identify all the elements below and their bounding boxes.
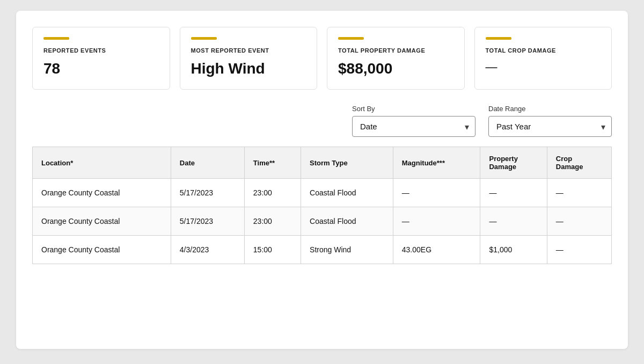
table-row: Orange County Coastal5/17/202323:00Coast… — [33, 207, 612, 236]
table-cell: — — [547, 207, 611, 236]
table-row: Orange County Coastal5/17/202323:00Coast… — [33, 179, 612, 207]
table-cell: $1,000 — [480, 236, 547, 264]
date-range-label: Date Range — [488, 105, 612, 113]
col-header-date: Date — [171, 147, 244, 179]
col-header-time: Time** — [244, 147, 301, 179]
table-cell: 23:00 — [244, 207, 301, 236]
sort-by-label: Sort By — [352, 105, 475, 113]
sort-by-select[interactable]: Date Location Storm Type Property Damage… — [352, 116, 475, 137]
stat-card-bar — [338, 37, 364, 40]
table-cell: 15:00 — [244, 236, 301, 264]
data-table: Location* Date Time** Storm Type Magnitu… — [32, 147, 612, 264]
stat-card-reported-events: REPORTED EVENTS 78 — [32, 27, 170, 90]
col-header-property-damage: PropertyDamage — [480, 147, 547, 179]
table-cell: 5/17/2023 — [171, 179, 244, 207]
stat-cards-row: REPORTED EVENTS 78 MOST REPORTED EVENT H… — [32, 27, 612, 90]
col-header-storm-type: Storm Type — [301, 147, 393, 179]
stat-card-label-reported-events: REPORTED EVENTS — [43, 47, 159, 54]
stat-card-value-property-damage: $88,000 — [338, 60, 453, 77]
stat-card-property-damage: TOTAL PROPERTY DAMAGE $88,000 — [327, 27, 465, 90]
table-cell: Coastal Flood — [301, 179, 393, 207]
stat-card-value-most-reported: High Wind — [191, 60, 306, 77]
stat-card-label-most-reported: MOST REPORTED EVENT — [191, 47, 306, 54]
table-cell: Strong Wind — [301, 236, 393, 264]
date-range-select-wrapper[interactable]: Past Year Past Month Past Week All Time — [488, 116, 612, 137]
table-cell: Orange County Coastal — [33, 179, 171, 207]
stat-card-bar — [191, 37, 217, 40]
col-header-crop-damage: CropDamage — [547, 147, 611, 179]
stat-card-value-reported-events: 78 — [43, 60, 159, 77]
table-row: Orange County Coastal4/3/202315:00Strong… — [33, 236, 612, 264]
stat-card-crop-damage: TOTAL CROP DAMAGE — — [474, 27, 612, 90]
controls-row: Sort By Date Location Storm Type Propert… — [32, 105, 612, 137]
col-header-magnitude: Magnitude*** — [393, 147, 480, 179]
table-header-row: Location* Date Time** Storm Type Magnitu… — [33, 147, 612, 179]
sort-by-select-wrapper[interactable]: Date Location Storm Type Property Damage… — [352, 116, 475, 137]
stat-card-bar — [486, 37, 511, 40]
stat-card-most-reported: MOST REPORTED EVENT High Wind — [180, 27, 318, 90]
table-cell: — — [393, 207, 480, 236]
table-cell: Coastal Flood — [301, 207, 393, 236]
table-cell: — — [393, 179, 480, 207]
date-range-group: Date Range Past Year Past Month Past Wee… — [488, 105, 612, 137]
sort-by-group: Sort By Date Location Storm Type Propert… — [352, 105, 475, 137]
main-card: REPORTED EVENTS 78 MOST REPORTED EVENT H… — [16, 11, 628, 349]
stat-card-bar — [43, 37, 69, 40]
stat-card-label-crop-damage: TOTAL CROP DAMAGE — [486, 47, 601, 54]
stat-card-value-crop-damage: — — [486, 60, 601, 74]
table-cell: 5/17/2023 — [171, 207, 244, 236]
table-cell: — — [547, 179, 611, 207]
table-cell: — — [547, 236, 611, 264]
table-cell: 4/3/2023 — [171, 236, 244, 264]
table-cell: — — [480, 179, 547, 207]
table-cell: Orange County Coastal — [33, 207, 171, 236]
table-cell: — — [480, 207, 547, 236]
table-cell: 23:00 — [244, 179, 301, 207]
date-range-select[interactable]: Past Year Past Month Past Week All Time — [488, 116, 612, 137]
table-cell: 43.00EG — [393, 236, 480, 264]
table-cell: Orange County Coastal — [33, 236, 171, 264]
col-header-location: Location* — [33, 147, 171, 179]
stat-card-label-property-damage: TOTAL PROPERTY DAMAGE — [338, 47, 453, 54]
